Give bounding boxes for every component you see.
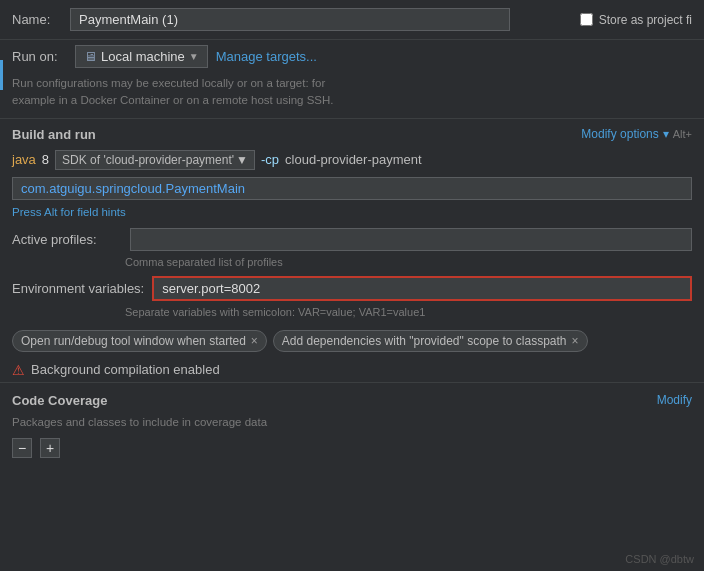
store-project-label: Store as project fi [599,13,692,27]
build-run-section-header: Build and run Modify options ▾ Alt+ [0,118,704,147]
watermark: CSDN @dbtw [625,553,694,565]
env-vars-label: Environment variables: [12,281,144,296]
tags-row: Open run/debug tool window when started … [0,324,704,358]
tag-open-debug: Open run/debug tool window when started … [12,330,267,352]
main-class-input[interactable] [12,177,692,200]
active-profiles-label: Active profiles: [12,232,122,247]
tag-open-debug-label: Open run/debug tool window when started [21,334,246,348]
machine-icon: 🖥 [84,49,97,64]
name-row: Name: Store as project fi [0,0,704,40]
bottom-controls-row: − + [0,434,704,462]
build-run-title: Build and run [12,127,96,142]
tag-open-debug-close[interactable]: × [251,334,258,348]
env-vars-input[interactable] [154,278,690,299]
name-label: Name: [12,12,62,27]
sdk-name: SDK of 'cloud-provider-payment' [62,153,234,167]
left-accent-bar [0,60,3,90]
error-icon: ⚠ [12,362,25,378]
background-compilation-text: Background compilation enabled [31,362,220,377]
add-button[interactable]: + [40,438,60,458]
packages-hint: Packages and classes to include in cover… [0,413,704,434]
java-version: 8 [42,152,49,167]
sdk-dropdown[interactable]: SDK of 'cloud-provider-payment' ▼ [55,150,255,170]
env-vars-row: Environment variables: [0,272,704,305]
active-profiles-hint: Comma separated list of profiles [0,255,704,272]
env-input-container [152,276,692,301]
name-input[interactable] [70,8,510,31]
code-coverage-section-header: Code Coverage Modify [0,382,704,413]
run-config-dialog: Name: Store as project fi Run on: 🖥 Loca… [0,0,704,571]
run-on-label: Run on: [12,49,67,64]
dropdown-arrow-icon: ▼ [189,51,199,62]
manage-targets-link[interactable]: Manage targets... [216,49,317,64]
tag-add-dependencies-label: Add dependencies with "provided" scope t… [282,334,567,348]
alt-hint: Alt+ [673,128,692,140]
run-on-dropdown[interactable]: 🖥 Local machine ▼ [75,45,208,68]
active-profiles-input[interactable] [130,228,692,251]
tag-add-dependencies-close[interactable]: × [572,334,579,348]
main-class-row [0,173,704,204]
modify-options-button[interactable]: Modify options ▾ Alt+ [581,127,692,141]
tag-add-dependencies: Add dependencies with "provided" scope t… [273,330,588,352]
modify-options-label: Modify options [581,127,658,141]
remove-button[interactable]: − [12,438,32,458]
code-coverage-title: Code Coverage [12,393,107,408]
machine-name: Local machine [101,49,185,64]
java-sdk-row: java 8 SDK of 'cloud-provider-payment' ▼… [0,147,704,173]
chevron-down-icon: ▾ [663,127,669,141]
background-compilation-row: ⚠ Background compilation enabled [0,358,704,382]
active-profiles-row: Active profiles: [0,224,704,255]
cp-flag: -cp [261,152,279,167]
store-project-checkbox[interactable] [580,13,593,26]
press-alt-hint: Press Alt for field hints [0,204,704,224]
cp-value: cloud-provider-payment [285,152,422,167]
java-label: java [12,152,36,167]
env-vars-hint: Separate variables with semicolon: VAR=v… [0,305,704,324]
run-on-row: Run on: 🖥 Local machine ▼ Manage targets… [0,40,704,73]
dropdown-sdk-arrow-icon: ▼ [236,153,248,167]
code-coverage-modify-link[interactable]: Modify [657,393,692,407]
store-project-container: Store as project fi [580,13,692,27]
run-on-hint: Run configurations may be executed local… [0,73,704,118]
